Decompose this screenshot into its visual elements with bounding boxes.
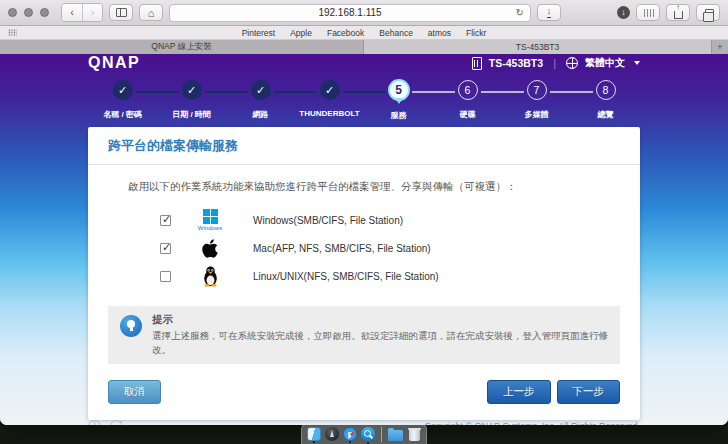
check-icon (251, 80, 271, 100)
close-window-button[interactable] (8, 8, 17, 17)
downloads-icon: ↓ (621, 8, 626, 17)
history-nav: ‹ › (61, 3, 103, 22)
forward-button[interactable]: › (82, 4, 102, 21)
check-icon (320, 80, 340, 100)
step-label: 網路 (253, 109, 269, 120)
bookmarks-bar: Pinterest Apple Facebook Behance atmos F… (0, 26, 728, 40)
sidebar-button[interactable] (109, 4, 133, 21)
url-text: 192.168.1.115 (318, 7, 381, 18)
back-button[interactable]: ‹ (62, 4, 82, 21)
bookmark-atmos[interactable]: atmos (428, 28, 451, 38)
download-page-icon: ↓ (547, 7, 552, 18)
zoom-window-button[interactable] (40, 8, 49, 17)
launchpad-icon[interactable] (325, 427, 339, 441)
dock (301, 424, 427, 444)
tab-label: TS-453BT3 (516, 42, 559, 52)
option-windows: Windows Windows(SMB/CIFS, File Station) (160, 206, 640, 234)
linux-checkbox[interactable] (160, 271, 171, 282)
windows-checkbox[interactable] (160, 215, 171, 226)
plus-icon: + (717, 42, 722, 52)
running-indicator (313, 441, 315, 443)
finder-icon[interactable] (307, 427, 321, 441)
page-description: 啟用以下的作業系統功能來協助您進行跨平台的檔案管理、分享與傳輸（可複選）： (128, 180, 620, 194)
services-card: 跨平台的檔案傳輸服務 啟用以下的作業系統功能來協助您進行跨平台的檔案管理、分享與… (88, 127, 640, 420)
home-button[interactable]: ⌂ (139, 4, 163, 21)
card-actions: 取消 上一步 下一步 (88, 364, 640, 420)
option-label: Linux/UNIX(NFS, SMB/CIFS, File Station) (253, 271, 439, 282)
home-icon: ⌂ (148, 7, 155, 19)
safari-window: ‹ › ⌂ 192.168.1.115 ↻ ↓ ↓ Pinterest Appl… (0, 0, 728, 425)
bookmark-pinterest[interactable]: Pinterest (242, 28, 276, 38)
language-selector[interactable]: 繁體中文 (585, 56, 625, 70)
qnap-setup-page: QNAP TS-453BT3 | 繁體中文 名稱 / 密碼 日期 / 時間 (0, 54, 728, 425)
step-label: 多媒體 (525, 109, 549, 120)
browser-toolbar: ‹ › ⌂ 192.168.1.115 ↻ ↓ ↓ (0, 0, 728, 26)
chevron-down-icon[interactable] (634, 61, 640, 65)
bookmark-facebook[interactable]: Facebook (327, 28, 364, 38)
nas-icon (472, 57, 482, 70)
tab-overview-button[interactable] (696, 4, 720, 21)
next-button[interactable]: 下一步 (557, 380, 621, 404)
footer-icons (88, 420, 123, 425)
tab-bar: QNAP 線上安裝 TS-453BT3 + (0, 40, 728, 54)
qfinder-icon[interactable] (361, 427, 375, 441)
step-label: 日期 / 時間 (172, 109, 211, 120)
header-right: TS-453BT3 | 繁體中文 (472, 56, 640, 70)
cancel-button[interactable]: 取消 (108, 380, 161, 404)
share-button[interactable] (666, 4, 690, 21)
safari-icon[interactable] (343, 427, 357, 441)
downloads-folder-icon[interactable] (388, 430, 403, 441)
lightbulb-icon (120, 315, 142, 337)
os-options-list: Windows Windows(SMB/CIFS, File Station) … (88, 206, 640, 290)
restart-icon[interactable] (110, 420, 123, 425)
actions-right: 上一步 下一步 (487, 380, 620, 404)
option-mac: Mac(AFP, NFS, SMB/CIFS, File Station) (160, 234, 640, 262)
step-services: 5 服務 (364, 80, 433, 121)
step-multimedia: 7 多媒體 (502, 80, 571, 121)
running-indicator (349, 441, 351, 443)
mac-checkbox[interactable] (160, 243, 171, 254)
hint-title: 提示 (152, 313, 608, 327)
step-label: 名稱 / 密碼 (103, 109, 142, 120)
download-page-button[interactable]: ↓ (537, 4, 561, 21)
step-summary: 8 總覽 (571, 80, 640, 121)
extensions-button[interactable] (636, 4, 660, 21)
bookmark-links: Pinterest Apple Facebook Behance atmos F… (0, 28, 728, 38)
new-tab-button[interactable]: + (711, 40, 728, 54)
globe-icon (566, 57, 578, 69)
bookmark-behance[interactable]: Behance (379, 28, 413, 38)
site-header: QNAP TS-453BT3 | 繁體中文 (88, 54, 640, 72)
bookmark-flickr[interactable]: Flickr (466, 28, 486, 38)
address-bar[interactable]: 192.168.1.115 ↻ (169, 4, 531, 22)
step-number: 6 (458, 80, 478, 100)
sidebar-icon (116, 8, 127, 17)
power-icon[interactable] (88, 420, 101, 425)
step-disk: 6 硬碟 (433, 80, 502, 121)
header-divider: | (553, 57, 556, 69)
reload-icon[interactable]: ↻ (516, 7, 524, 18)
tab-label: QNAP 線上安裝 (151, 41, 211, 53)
share-icon (674, 11, 683, 19)
step-number: 7 (527, 80, 547, 100)
step-label: THUNDERBOLT (299, 109, 359, 118)
tux-penguin-icon (193, 265, 227, 287)
qnap-logo: QNAP (88, 54, 140, 72)
trash-icon[interactable] (409, 428, 420, 441)
hint-box: 提示 選擇上述服務，可在系統安裝完成後，立即啟用。欲設定詳細的選項，請在完成安裝… (108, 306, 620, 364)
bookmark-apple[interactable]: Apple (290, 28, 312, 38)
extensions-grid-icon (643, 9, 654, 17)
step-date-time: 日期 / 時間 (157, 80, 226, 121)
step-label: 服務 (391, 110, 407, 121)
windows-logo-icon: Windows (193, 209, 227, 231)
tab-ts453bt3[interactable]: TS-453BT3 (364, 40, 711, 54)
tab-overview-icon (705, 9, 714, 17)
check-icon (113, 80, 133, 100)
downloads-button[interactable]: ↓ (617, 6, 630, 19)
dock-divider (381, 427, 382, 442)
copyright-text: Copyright © QNAP Systems, Inc. All Right… (424, 421, 640, 425)
previous-button[interactable]: 上一步 (487, 380, 551, 404)
wizard-steps: 名稱 / 密碼 日期 / 時間 網路 THUNDERBOLT 5 服務 (88, 80, 640, 121)
option-label: Mac(AFP, NFS, SMB/CIFS, File Station) (253, 243, 431, 254)
tab-qnap-install[interactable]: QNAP 線上安裝 (0, 40, 364, 54)
minimize-window-button[interactable] (24, 8, 33, 17)
